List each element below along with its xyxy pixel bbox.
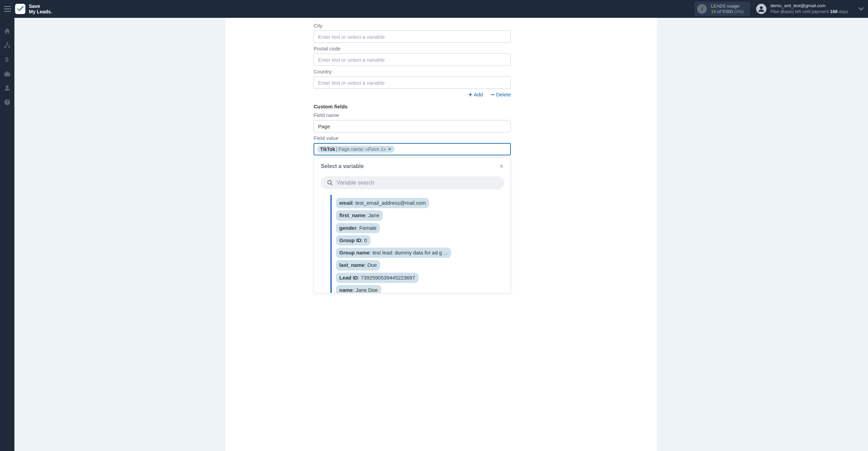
usage-of: of xyxy=(717,9,721,14)
usage-used: 16 xyxy=(711,9,716,14)
avatar-icon xyxy=(756,4,766,14)
brand-name: Save My Leads. xyxy=(29,3,52,14)
usage-pct: (0%) xyxy=(734,9,743,14)
logo-badge-icon xyxy=(15,4,25,14)
account-menu[interactable]: demo_sml_test@gmail.com Plan |Basic| lef… xyxy=(756,3,864,15)
account-email: demo_sml_test@gmail.com xyxy=(771,3,848,9)
usage-indicator[interactable]: i LEADS usage: 16 of 5'000 (0%) xyxy=(694,2,750,16)
usage-total: 5'000 xyxy=(722,9,733,14)
svg-point-0 xyxy=(760,7,762,9)
brand-logo[interactable]: Save My Leads. xyxy=(15,3,52,14)
info-icon: i xyxy=(697,4,707,14)
account-plan: Plan |Basic| left until payment 168 days xyxy=(771,9,848,15)
chevron-down-icon[interactable] xyxy=(858,6,864,12)
usage-label: LEADS usage: xyxy=(711,3,743,9)
menu-toggle-icon[interactable] xyxy=(4,6,11,12)
header-bar: Save My Leads. i LEADS usage: 16 of 5'00… xyxy=(0,0,868,18)
